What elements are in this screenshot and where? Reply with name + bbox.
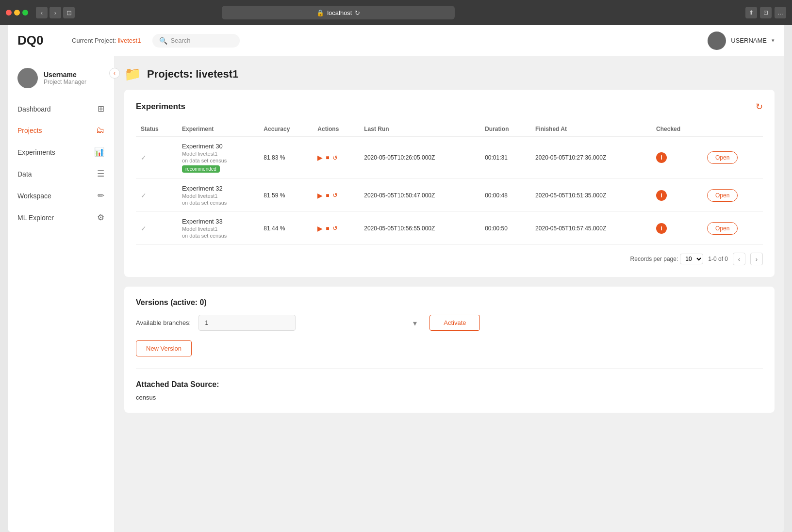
finished-at-3: 2020-05-05T10:57:45.000Z: [530, 212, 651, 245]
address-bar[interactable]: 🔒 localhost ↻: [222, 6, 455, 19]
dashboard-icon: ⊞: [98, 104, 104, 114]
recommended-badge: recommended: [182, 165, 220, 173]
prev-page-button[interactable]: ‹: [733, 253, 745, 265]
info-button-2[interactable]: i: [656, 190, 667, 201]
stop-button-1[interactable]: ■: [326, 154, 329, 161]
last-run-3: 2020-05-05T10:56:55.000Z: [359, 212, 480, 245]
content-area: 📁 Projects: livetest1 Experiments ↻ Stat…: [115, 56, 784, 532]
new-version-button[interactable]: New Version: [136, 340, 192, 356]
stop-button-3[interactable]: ■: [326, 225, 329, 232]
refresh-button[interactable]: ↻: [756, 101, 763, 112]
sidebar-item-data[interactable]: Data ☰: [8, 163, 114, 185]
current-project: Current Project: livetest1: [72, 37, 141, 44]
reset-button-3[interactable]: ↺: [332, 225, 338, 232]
experiments-title: Experiments: [136, 102, 185, 112]
search-bar[interactable]: 🔍 Search: [152, 34, 240, 48]
share-button[interactable]: ⬆: [745, 7, 757, 18]
duration-3: 00:00:50: [480, 212, 530, 245]
col-last-run: Last Run: [359, 122, 480, 137]
rpp-select[interactable]: 10 25 50: [680, 254, 703, 264]
search-icon: 🔍: [159, 37, 167, 45]
finished-at-1: 2020-05-05T10:27:36.000Z: [530, 137, 651, 179]
exp-name-1: Experiment 30: [182, 143, 254, 150]
branch-label: Available branches:: [136, 319, 191, 326]
exp-sub2-2: on data set census: [182, 200, 254, 206]
app-window: DQ0 Current Project: livetest1 🔍 Search …: [8, 25, 784, 532]
back-button[interactable]: ‹: [36, 7, 48, 18]
pagination-row: Records per page: 10 25 50 1-0 of 0 ‹ ›: [136, 253, 763, 265]
play-button-1[interactable]: ▶: [317, 154, 323, 161]
page-header: 📁 Projects: livetest1: [124, 66, 775, 82]
versions-card: Versions (active: 0) Available branches:…: [124, 287, 775, 413]
exp-name-2: Experiment 32: [182, 185, 254, 192]
open-button-3[interactable]: Open: [707, 222, 738, 235]
chevron-down-icon[interactable]: ▾: [772, 37, 775, 44]
forward-button[interactable]: ›: [50, 7, 61, 18]
activate-button[interactable]: Activate: [429, 315, 480, 331]
exp-name-3: Experiment 33: [182, 218, 254, 225]
current-project-link[interactable]: livetest1: [118, 37, 141, 44]
sidebar-dashboard-label: Dashboard: [17, 105, 51, 113]
username-label: USERNAME: [731, 37, 767, 44]
play-button-2[interactable]: ▶: [317, 192, 323, 199]
stop-button-2[interactable]: ■: [326, 192, 329, 199]
table-row: ✓ Experiment 32 Model livetest1 on data …: [136, 179, 763, 212]
sidebar-item-projects[interactable]: Projects 🗂: [8, 120, 114, 141]
url-text: localhost: [327, 9, 352, 16]
sidebar-collapse-button[interactable]: ‹: [109, 68, 120, 79]
sidebar-user: Username Project Manager: [8, 64, 114, 98]
mlexplorer-icon: ⚙: [97, 212, 104, 223]
next-page-button[interactable]: ›: [750, 253, 763, 265]
col-status: Status: [136, 122, 177, 137]
close-dot[interactable]: [6, 10, 12, 16]
folder-icon: 📁: [124, 66, 141, 82]
accuracy-2: 81.59 %: [259, 179, 313, 212]
maximize-dot[interactable]: [22, 10, 28, 16]
reload-icon[interactable]: ↻: [355, 9, 360, 16]
last-run-1: 2020-05-05T10:26:05.000Z: [359, 137, 480, 179]
fullscreen-button[interactable]: ⊡: [760, 7, 772, 18]
sidebar-item-dashboard[interactable]: Dashboard ⊞: [8, 98, 114, 120]
sidebar-item-workspace[interactable]: Workspace ✏: [8, 185, 114, 207]
play-button-3[interactable]: ▶: [317, 225, 323, 232]
sidebar-item-ml-explorer[interactable]: ML Explorer ⚙: [8, 207, 114, 228]
sidebar-role: Project Manager: [44, 79, 86, 85]
table-row: ✓ Experiment 33 Model livetest1 on data …: [136, 212, 763, 245]
action-btns-1: ▶ ■ ↺: [317, 154, 354, 161]
user-section: USERNAME ▾: [708, 32, 775, 50]
sidebar-projects-label: Projects: [17, 127, 42, 134]
sidebar-item-experiments[interactable]: Experiments 📊: [8, 141, 114, 163]
data-source-value: census: [136, 394, 763, 401]
page-title: Projects: livetest1: [147, 68, 238, 81]
browser-nav: ‹ › ⊡: [36, 7, 75, 18]
sidebar-mlexplorer-label: ML Explorer: [17, 214, 54, 222]
exp-sub1-3: Model livetest1: [182, 226, 254, 232]
experiments-card: Experiments ↻ Status Experiment Accuracy…: [124, 90, 775, 277]
accuracy-3: 81.44 %: [259, 212, 313, 245]
reset-button-2[interactable]: ↺: [332, 192, 338, 199]
branch-select[interactable]: 1: [198, 315, 296, 331]
rpp-label: Records per page:: [630, 256, 678, 262]
open-button-2[interactable]: Open: [707, 189, 738, 202]
open-button-1[interactable]: Open: [707, 151, 738, 164]
accuracy-1: 81.83 %: [259, 137, 313, 179]
col-duration: Duration: [480, 122, 530, 137]
exp-sub1-2: Model livetest1: [182, 193, 254, 199]
info-button-3[interactable]: i: [656, 223, 667, 234]
window-button[interactable]: ⊡: [63, 7, 75, 18]
exp-sub2-1: on data set census: [182, 158, 254, 163]
exp-sub1-1: Model livetest1: [182, 151, 254, 157]
col-finished-at: Finished At: [530, 122, 651, 137]
menu-button[interactable]: …: [775, 7, 786, 18]
info-button-1[interactable]: i: [656, 152, 667, 163]
col-experiment: Experiment: [177, 122, 259, 137]
browser-dots: [6, 10, 28, 16]
top-navbar: DQ0 Current Project: livetest1 🔍 Search …: [8, 25, 784, 56]
experiments-table: Status Experiment Accuracy Actions Last …: [136, 122, 763, 245]
minimize-dot[interactable]: [14, 10, 20, 16]
last-run-2: 2020-05-05T10:50:47.000Z: [359, 179, 480, 212]
security-icon: 🔒: [316, 9, 324, 16]
search-placeholder: Search: [170, 37, 190, 44]
browser-chrome: ‹ › ⊡ 🔒 localhost ↻ ⬆ ⊡ …: [0, 0, 792, 25]
reset-button-1[interactable]: ↺: [332, 154, 338, 161]
